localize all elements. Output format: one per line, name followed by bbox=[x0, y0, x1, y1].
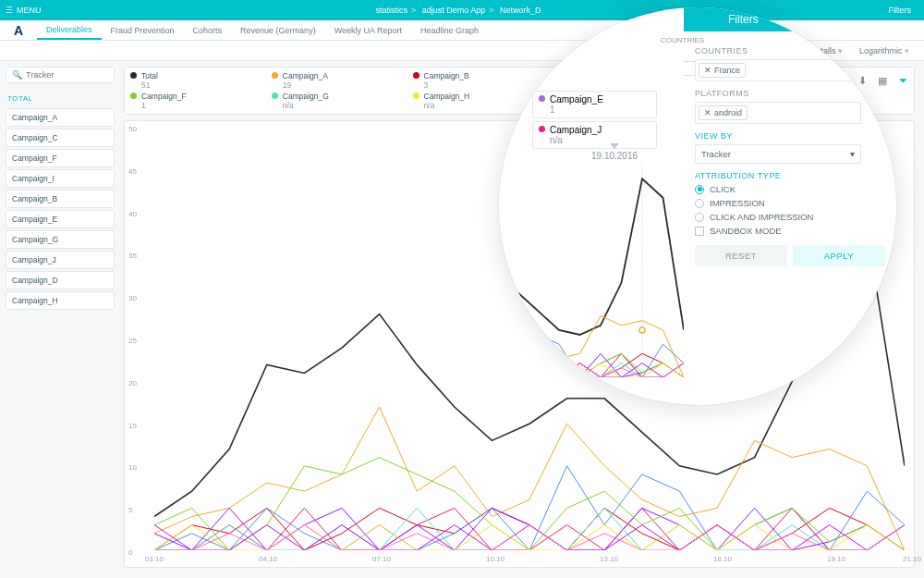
y-tick: 10 bbox=[128, 463, 137, 472]
marker-icon bbox=[610, 143, 619, 149]
tab-deliverables[interactable]: Deliverables bbox=[37, 20, 102, 40]
crumb-2[interactable]: Network_D bbox=[500, 6, 541, 15]
x-tick: 21.10 bbox=[903, 555, 921, 563]
legend-item-2[interactable]: Campaign_B3 bbox=[413, 71, 549, 90]
sidebar: 🔍 TOTAL Campaign_ACampaign_CCampaign_FCa… bbox=[0, 61, 120, 578]
tab-cohorts[interactable]: Cohorts bbox=[184, 20, 232, 40]
y-tick: 30 bbox=[128, 294, 137, 302]
sandbox-checkbox[interactable]: SANDBOX MODE bbox=[695, 226, 885, 236]
sidebar-item-0[interactable]: Campaign_A bbox=[6, 108, 115, 127]
table-icon[interactable]: ▦ bbox=[877, 75, 888, 86]
attribution-label: ATTRIBUTION TYPE bbox=[695, 171, 885, 180]
viewby-label: VIEW BY bbox=[695, 131, 885, 141]
sidebar-item-3[interactable]: Campaign_I bbox=[6, 169, 115, 188]
sidebar-item-5[interactable]: Campaign_E bbox=[6, 210, 115, 228]
chevron-down-icon: ▾ bbox=[850, 149, 855, 159]
apply-button[interactable]: APPLY bbox=[793, 245, 885, 266]
y-tick: 25 bbox=[128, 337, 137, 345]
download-icon[interactable]: ⬇ bbox=[857, 75, 868, 86]
menu-icon: ☰ bbox=[6, 6, 13, 15]
search-input[interactable] bbox=[26, 70, 109, 80]
platforms-input[interactable]: ✕ android bbox=[695, 102, 861, 124]
legend-item-0[interactable]: Total51 bbox=[130, 71, 266, 90]
x-tick: 16.10 bbox=[713, 555, 732, 563]
y-tick: 0 bbox=[128, 548, 132, 557]
crumb-1[interactable]: adjust Demo App bbox=[422, 6, 486, 15]
legend-item-6[interactable]: Campaign_Gn/a bbox=[272, 92, 407, 110]
sidebar-header: TOTAL bbox=[6, 91, 115, 106]
radio-click[interactable]: CLICK bbox=[695, 184, 885, 194]
search-icon: 🔍 bbox=[12, 70, 22, 80]
sidebar-item-6[interactable]: Campaign_G bbox=[6, 230, 115, 249]
y-tick: 35 bbox=[128, 252, 137, 260]
chip-android[interactable]: ✕ android bbox=[699, 105, 748, 120]
zoom-tooltip: 19.10.2016 bbox=[591, 143, 638, 161]
breadcrumb: statistics> adjust Demo App> Network_D bbox=[42, 6, 876, 15]
tab-fraud[interactable]: Fraud Prevention bbox=[102, 20, 184, 40]
x-tick: 19.10 bbox=[827, 555, 845, 563]
x-tick: 13.10 bbox=[600, 555, 618, 563]
menu-button[interactable]: ☰ MENU bbox=[0, 6, 42, 15]
radio-impression[interactable]: IMPRESSION bbox=[695, 198, 885, 208]
logo[interactable]: A bbox=[0, 20, 37, 40]
y-tick: 5 bbox=[128, 506, 132, 514]
filters-toggle[interactable]: Filters bbox=[876, 6, 925, 15]
sidebar-item-8[interactable]: Campaign_D bbox=[6, 271, 115, 289]
y-tick: 40 bbox=[128, 210, 137, 218]
sidebar-item-1[interactable]: Campaign_C bbox=[6, 129, 115, 147]
tab-revenue[interactable]: Revenue (Germany) bbox=[231, 20, 325, 40]
menu-label: MENU bbox=[17, 6, 42, 15]
x-tick: 10.10 bbox=[486, 555, 505, 563]
zoom-overlay: Filters COUNTRIES nce COUNTRIES ✕ France… bbox=[499, 7, 896, 405]
platforms-label: PLATFORMS bbox=[695, 89, 885, 98]
tab-weekly[interactable]: Weekly UA Report bbox=[325, 20, 411, 40]
filter-icon[interactable]: ⏷ bbox=[897, 75, 908, 86]
sidebar-item-4[interactable]: Campaign_B bbox=[6, 190, 115, 208]
legend-item-1[interactable]: Campaign_A19 bbox=[272, 71, 407, 90]
top-bar: ☰ MENU statistics> adjust Demo App> Netw… bbox=[0, 0, 924, 20]
x-tick: 07.10 bbox=[372, 555, 391, 563]
y-tick: 50 bbox=[128, 125, 137, 133]
search-box[interactable]: 🔍 bbox=[6, 67, 115, 83]
y-tick: 45 bbox=[128, 167, 137, 176]
radio-click-impression[interactable]: CLICK AND IMPRESSION bbox=[695, 212, 885, 222]
crumb-0[interactable]: statistics bbox=[375, 6, 407, 15]
chip-france[interactable]: ✕ France bbox=[699, 63, 746, 78]
viewby-select[interactable]: Tracker▾ bbox=[695, 144, 861, 164]
scale-dropdown[interactable]: Logarithmic bbox=[859, 46, 909, 55]
y-tick: 20 bbox=[128, 379, 137, 387]
svg-point-1 bbox=[639, 327, 645, 333]
tab-headline[interactable]: Headline Graph bbox=[411, 20, 488, 40]
reset-button[interactable]: RESET bbox=[695, 245, 787, 266]
y-tick: 15 bbox=[128, 422, 137, 430]
legend-item-5[interactable]: Campaign_F1 bbox=[130, 92, 266, 110]
x-tick: 01.10 bbox=[145, 555, 164, 563]
sidebar-item-7[interactable]: Campaign_J bbox=[6, 251, 115, 269]
sidebar-item-2[interactable]: Campaign_F bbox=[6, 149, 115, 167]
x-tick: 04.10 bbox=[259, 555, 277, 563]
sidebar-item-9[interactable]: Campaign_H bbox=[6, 291, 115, 310]
